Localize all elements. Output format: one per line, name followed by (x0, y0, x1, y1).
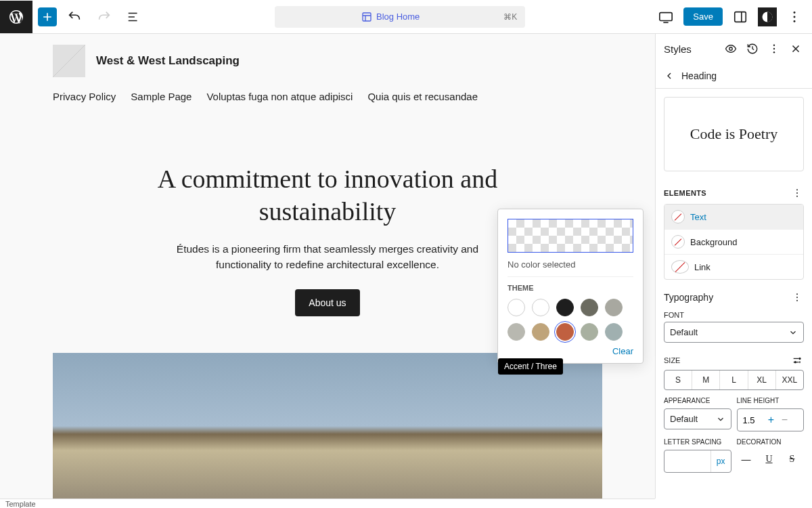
appearance-label: APPEARANCE (664, 397, 731, 404)
document-bar[interactable]: Blog Home ⌘K (275, 6, 525, 28)
site-title[interactable]: West & West Landscaping (96, 54, 240, 68)
size-tabs: S M L XL XXL (664, 370, 804, 390)
svg-point-4 (794, 12, 796, 14)
size-m[interactable]: M (692, 371, 720, 389)
clear-color-button[interactable]: Clear (508, 346, 633, 356)
hero-heading[interactable]: A commitment to innovation and sustainab… (125, 163, 531, 228)
sidebar-title: Styles (664, 43, 717, 55)
color-swatch[interactable] (605, 299, 623, 316)
save-button[interactable]: Save (683, 7, 723, 26)
swatch-icon (671, 210, 685, 224)
letterspacing-label: LETTER SPACING (664, 438, 731, 446)
svg-point-9 (773, 48, 775, 49)
decoration-strikethrough-button[interactable]: S (783, 450, 802, 469)
svg-point-8 (773, 45, 775, 46)
breadcrumb-bar: Template (0, 499, 655, 508)
decrement-button[interactable]: − (778, 414, 792, 426)
font-select[interactable]: Default (664, 322, 804, 343)
svg-point-18 (794, 362, 796, 363)
nav-link[interactable]: Privacy Policy (53, 91, 116, 102)
heading-preview: Code is Poetry (664, 97, 804, 171)
swatch-icon (671, 260, 689, 274)
redo-button[interactable] (92, 5, 116, 29)
hero-button[interactable]: About us (295, 289, 359, 316)
document-title: Blog Home (376, 12, 420, 22)
svg-point-11 (796, 189, 798, 190)
hero-paragraph[interactable]: Études is a pioneering firm that seamles… (165, 241, 490, 273)
site-logo-placeholder[interactable] (53, 45, 85, 77)
lineheight-label: LINE HEIGHT (737, 397, 805, 404)
element-text[interactable]: Text (664, 205, 803, 230)
elements-section-label: ELEMENTS (664, 189, 706, 197)
svg-point-7 (729, 47, 733, 51)
size-s[interactable]: S (664, 371, 692, 389)
no-color-label: No color selected (508, 259, 633, 277)
theme-swatches (508, 299, 633, 341)
typography-section-label: Typography (664, 292, 713, 303)
color-swatch[interactable] (605, 323, 623, 341)
unit-select[interactable]: px (710, 450, 731, 472)
swatch-icon (671, 235, 685, 249)
nav-link[interactable]: Voluptas fuga non atque adipisci (206, 91, 353, 102)
site-navigation: Privacy Policy Sample Page Voluptas fuga… (53, 91, 602, 102)
undo-button[interactable] (62, 5, 87, 29)
color-preview-checker[interactable] (508, 219, 633, 253)
breadcrumb-item[interactable]: Template (5, 500, 36, 508)
stylebook-icon[interactable] (723, 41, 739, 57)
lineheight-input[interactable]: + − (737, 408, 805, 431)
color-swatch[interactable] (556, 299, 574, 316)
decoration-label: DECORATION (737, 438, 805, 446)
appearance-select[interactable]: Default (664, 408, 731, 429)
element-background[interactable]: Background (664, 230, 803, 255)
chevron-left-icon (664, 70, 675, 81)
color-swatch[interactable] (581, 299, 598, 316)
layout-icon (361, 12, 372, 22)
svg-point-15 (796, 297, 798, 298)
styles-button[interactable] (758, 7, 777, 26)
color-swatch[interactable] (508, 323, 525, 341)
nav-link[interactable]: Sample Page (131, 91, 191, 102)
svg-rect-2 (735, 12, 746, 22)
color-swatch[interactable] (532, 299, 549, 316)
color-swatch[interactable] (508, 299, 525, 316)
size-xl[interactable]: XL (748, 371, 776, 389)
chevron-down-icon (788, 328, 798, 337)
decoration-none-button[interactable]: — (737, 450, 756, 469)
element-link[interactable]: Link (664, 255, 803, 279)
size-custom-icon[interactable] (790, 354, 804, 367)
swatch-tooltip: Accent / Three (498, 358, 563, 375)
color-swatch[interactable] (581, 323, 598, 341)
add-block-button[interactable] (38, 7, 57, 26)
color-swatch[interactable] (556, 323, 574, 341)
typography-more-icon[interactable] (790, 291, 804, 304)
color-swatch[interactable] (532, 323, 549, 341)
sidebar-toggle-button[interactable] (728, 5, 752, 29)
letterspacing-input[interactable]: px (664, 450, 731, 473)
wordpress-logo[interactable] (0, 1, 32, 33)
theme-label: THEME (508, 284, 633, 292)
svg-point-6 (794, 20, 796, 22)
sidebar-more-icon[interactable] (766, 41, 782, 57)
document-shortcut: ⌘K (503, 12, 517, 22)
options-button[interactable] (782, 5, 807, 29)
svg-rect-0 (363, 13, 371, 21)
elements-more-icon[interactable] (790, 186, 804, 200)
increment-button[interactable]: + (765, 414, 778, 426)
svg-point-16 (796, 300, 798, 301)
document-overview-button[interactable] (122, 5, 146, 29)
svg-point-10 (773, 51, 775, 53)
top-toolbar: Blog Home ⌘K Save (0, 0, 812, 34)
close-sidebar-icon[interactable] (788, 41, 804, 57)
svg-point-12 (796, 192, 798, 194)
svg-point-5 (794, 16, 796, 18)
size-l[interactable]: L (720, 371, 748, 389)
chevron-down-icon (716, 415, 725, 424)
decoration-underline-button[interactable]: U (760, 450, 779, 469)
sidebar-breadcrumb[interactable]: Heading (656, 64, 812, 89)
svg-point-14 (796, 293, 798, 295)
revisions-icon[interactable] (744, 41, 761, 57)
nav-link[interactable]: Quia quis et recusandae (367, 91, 478, 102)
size-xxl[interactable]: XXL (776, 371, 803, 389)
view-button[interactable] (654, 5, 678, 29)
color-popover: No color selected THEME Accent / Three C… (497, 209, 644, 364)
